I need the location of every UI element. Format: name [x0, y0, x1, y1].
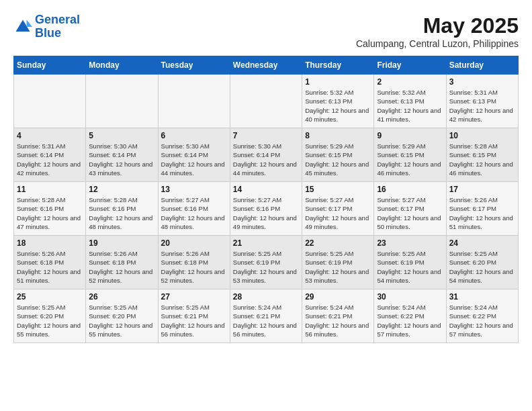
day-number: 15 — [305, 185, 371, 194]
calendar-cell: 12Sunrise: 5:28 AM Sunset: 6:16 PM Dayli… — [86, 182, 158, 236]
calendar-cell: 6Sunrise: 5:30 AM Sunset: 6:14 PM Daylig… — [158, 128, 230, 182]
calendar-cell: 11Sunrise: 5:28 AM Sunset: 6:16 PM Dayli… — [14, 182, 86, 236]
svg-marker-1 — [27, 19, 32, 27]
day-header-sunday: Sunday — [14, 56, 86, 75]
day-number: 11 — [17, 185, 83, 194]
day-number: 30 — [377, 292, 443, 302]
day-info: Sunrise: 5:26 AM Sunset: 6:18 PM Dayligh… — [17, 249, 83, 285]
day-info: Sunrise: 5:25 AM Sunset: 6:20 PM Dayligh… — [17, 303, 83, 338]
day-number: 4 — [17, 131, 83, 140]
day-number: 6 — [161, 131, 227, 140]
day-header-wednesday: Wednesday — [230, 56, 302, 75]
calendar-cell: 19Sunrise: 5:26 AM Sunset: 6:18 PM Dayli… — [86, 236, 158, 289]
day-info: Sunrise: 5:24 AM Sunset: 6:22 PM Dayligh… — [377, 303, 443, 338]
logo: General Blue — [13, 13, 80, 40]
day-number: 10 — [449, 131, 515, 140]
calendar-body: 1Sunrise: 5:32 AM Sunset: 6:13 PM Daylig… — [14, 75, 519, 343]
day-info: Sunrise: 5:27 AM Sunset: 6:17 PM Dayligh… — [377, 195, 443, 231]
day-info: Sunrise: 5:25 AM Sunset: 6:21 PM Dayligh… — [161, 303, 227, 338]
calendar-cell: 16Sunrise: 5:27 AM Sunset: 6:17 PM Dayli… — [374, 182, 446, 236]
page-header: General Blue May 2025 Calumpang, Central… — [13, 13, 519, 49]
calendar-cell: 20Sunrise: 5:26 AM Sunset: 6:18 PM Dayli… — [158, 236, 230, 289]
calendar-week-3: 11Sunrise: 5:28 AM Sunset: 6:16 PM Dayli… — [14, 182, 519, 236]
day-header-friday: Friday — [374, 56, 446, 75]
day-number: 7 — [233, 131, 299, 140]
calendar-cell: 26Sunrise: 5:25 AM Sunset: 6:20 PM Dayli… — [86, 289, 158, 343]
day-number: 20 — [161, 238, 227, 248]
title-block: May 2025 Calumpang, Central Luzon, Phili… — [356, 13, 519, 49]
calendar-cell: 1Sunrise: 5:32 AM Sunset: 6:13 PM Daylig… — [302, 75, 374, 128]
calendar-cell — [86, 75, 158, 128]
calendar-cell — [14, 75, 86, 128]
day-info: Sunrise: 5:30 AM Sunset: 6:14 PM Dayligh… — [233, 142, 299, 177]
calendar-cell: 5Sunrise: 5:30 AM Sunset: 6:14 PM Daylig… — [86, 128, 158, 182]
calendar-table: SundayMondayTuesdayWednesdayThursdayFrid… — [13, 56, 519, 343]
calendar-cell: 8Sunrise: 5:29 AM Sunset: 6:15 PM Daylig… — [302, 128, 374, 182]
day-number: 29 — [305, 292, 371, 302]
day-number: 27 — [161, 292, 227, 302]
calendar-cell — [158, 75, 230, 128]
calendar-cell: 7Sunrise: 5:30 AM Sunset: 6:14 PM Daylig… — [230, 128, 302, 182]
day-number: 22 — [305, 238, 371, 248]
day-number: 17 — [449, 185, 515, 194]
day-number: 3 — [449, 77, 515, 87]
day-number: 2 — [377, 77, 443, 87]
day-info: Sunrise: 5:26 AM Sunset: 6:18 PM Dayligh… — [89, 249, 154, 285]
day-info: Sunrise: 5:30 AM Sunset: 6:14 PM Dayligh… — [89, 142, 154, 177]
day-number: 9 — [377, 131, 443, 140]
day-info: Sunrise: 5:27 AM Sunset: 6:16 PM Dayligh… — [161, 195, 227, 231]
calendar-cell: 27Sunrise: 5:25 AM Sunset: 6:21 PM Dayli… — [158, 289, 230, 343]
calendar-cell — [230, 75, 302, 128]
calendar-cell: 2Sunrise: 5:32 AM Sunset: 6:13 PM Daylig… — [374, 75, 446, 128]
day-info: Sunrise: 5:24 AM Sunset: 6:21 PM Dayligh… — [233, 303, 299, 338]
day-number: 13 — [161, 185, 227, 194]
day-info: Sunrise: 5:27 AM Sunset: 6:16 PM Dayligh… — [233, 195, 299, 231]
calendar-cell: 25Sunrise: 5:25 AM Sunset: 6:20 PM Dayli… — [14, 289, 86, 343]
day-number: 28 — [233, 292, 299, 302]
day-number: 23 — [377, 238, 443, 248]
calendar-cell: 24Sunrise: 5:25 AM Sunset: 6:20 PM Dayli… — [446, 236, 518, 289]
day-number: 19 — [89, 238, 154, 248]
logo-line2: Blue — [35, 26, 61, 40]
day-number: 24 — [449, 238, 515, 248]
day-info: Sunrise: 5:31 AM Sunset: 6:13 PM Dayligh… — [449, 88, 515, 124]
calendar-cell: 14Sunrise: 5:27 AM Sunset: 6:16 PM Dayli… — [230, 182, 302, 236]
logo-text: General Blue — [35, 13, 80, 40]
calendar-cell: 30Sunrise: 5:24 AM Sunset: 6:22 PM Dayli… — [374, 289, 446, 343]
calendar-cell: 3Sunrise: 5:31 AM Sunset: 6:13 PM Daylig… — [446, 75, 518, 128]
day-header-monday: Monday — [86, 56, 158, 75]
day-info: Sunrise: 5:29 AM Sunset: 6:15 PM Dayligh… — [377, 142, 443, 177]
day-info: Sunrise: 5:25 AM Sunset: 6:19 PM Dayligh… — [377, 249, 443, 285]
calendar-cell: 22Sunrise: 5:25 AM Sunset: 6:19 PM Dayli… — [302, 236, 374, 289]
day-header-thursday: Thursday — [302, 56, 374, 75]
day-info: Sunrise: 5:25 AM Sunset: 6:19 PM Dayligh… — [233, 249, 299, 285]
day-info: Sunrise: 5:26 AM Sunset: 6:18 PM Dayligh… — [161, 249, 227, 285]
day-header-tuesday: Tuesday — [158, 56, 230, 75]
day-info: Sunrise: 5:25 AM Sunset: 6:20 PM Dayligh… — [89, 303, 154, 338]
calendar-header: SundayMondayTuesdayWednesdayThursdayFrid… — [14, 56, 519, 75]
day-info: Sunrise: 5:25 AM Sunset: 6:20 PM Dayligh… — [449, 249, 515, 285]
calendar-cell: 29Sunrise: 5:24 AM Sunset: 6:21 PM Dayli… — [302, 289, 374, 343]
day-info: Sunrise: 5:26 AM Sunset: 6:17 PM Dayligh… — [449, 195, 515, 231]
day-info: Sunrise: 5:24 AM Sunset: 6:21 PM Dayligh… — [305, 303, 371, 338]
calendar-cell: 4Sunrise: 5:31 AM Sunset: 6:14 PM Daylig… — [14, 128, 86, 182]
day-info: Sunrise: 5:28 AM Sunset: 6:16 PM Dayligh… — [89, 195, 154, 231]
calendar-cell: 9Sunrise: 5:29 AM Sunset: 6:15 PM Daylig… — [374, 128, 446, 182]
month-title: May 2025 — [356, 13, 519, 38]
day-number: 26 — [89, 292, 154, 302]
day-number: 1 — [305, 77, 371, 87]
day-info: Sunrise: 5:32 AM Sunset: 6:13 PM Dayligh… — [377, 88, 443, 124]
day-info: Sunrise: 5:25 AM Sunset: 6:19 PM Dayligh… — [305, 249, 371, 285]
calendar-cell: 28Sunrise: 5:24 AM Sunset: 6:21 PM Dayli… — [230, 289, 302, 343]
day-number: 21 — [233, 238, 299, 248]
day-info: Sunrise: 5:27 AM Sunset: 6:17 PM Dayligh… — [305, 195, 371, 231]
calendar-cell: 13Sunrise: 5:27 AM Sunset: 6:16 PM Dayli… — [158, 182, 230, 236]
day-number: 16 — [377, 185, 443, 194]
calendar-week-1: 1Sunrise: 5:32 AM Sunset: 6:13 PM Daylig… — [14, 75, 519, 128]
calendar-cell: 17Sunrise: 5:26 AM Sunset: 6:17 PM Dayli… — [446, 182, 518, 236]
calendar-week-5: 25Sunrise: 5:25 AM Sunset: 6:20 PM Dayli… — [14, 289, 519, 343]
day-info: Sunrise: 5:32 AM Sunset: 6:13 PM Dayligh… — [305, 88, 371, 124]
day-number: 25 — [17, 292, 83, 302]
day-number: 18 — [17, 238, 83, 248]
day-info: Sunrise: 5:28 AM Sunset: 6:15 PM Dayligh… — [449, 142, 515, 177]
